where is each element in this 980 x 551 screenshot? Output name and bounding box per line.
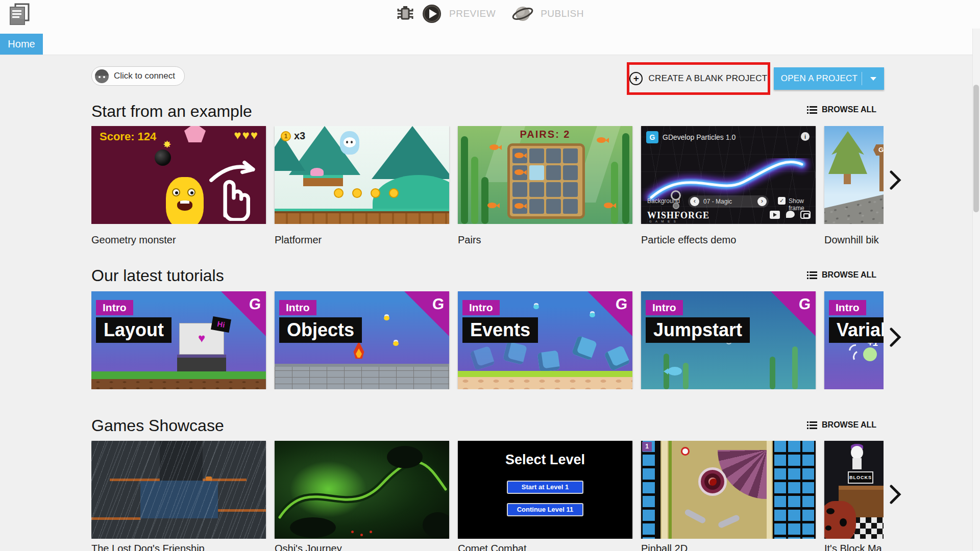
youtube-icon (770, 211, 780, 219)
player-character (340, 131, 359, 155)
top-toolbar: PREVIEW PUBLISH Home (0, 0, 980, 55)
example-card-downhill-bike[interactable]: G (824, 126, 884, 224)
falling-sprite (604, 345, 630, 371)
demo-title: GDevelop Particles 1.0 (663, 133, 736, 141)
puppet-body (852, 458, 862, 469)
scrollbar-track[interactable] (972, 29, 980, 551)
coin-icon: 1 (281, 131, 291, 141)
card-caption: Pairs (458, 234, 481, 246)
showcase-captions: The Lost Dog's Frienship Oshi's Journey … (91, 543, 884, 551)
kelp-plant (792, 346, 798, 389)
scrollbar-thumb[interactable] (973, 85, 979, 212)
preview-play-icon[interactable] (422, 4, 442, 24)
connect-label: Click to connect (114, 71, 175, 81)
bee-sprite (384, 316, 389, 320)
coin-icon (389, 188, 399, 198)
dirt-strip (458, 377, 632, 389)
tutorial-card-variables[interactable]: +1 G Intro Variab (824, 291, 884, 389)
debugger-bug-icon[interactable] (396, 5, 414, 23)
fish-sprite (668, 367, 682, 375)
red-flower (370, 531, 372, 533)
gdevelop-logo-icon: G (431, 295, 445, 313)
showcase-card-oshi[interactable] (275, 441, 449, 539)
project-manager-icon[interactable] (8, 3, 31, 26)
example-card-platformer[interactable]: 1 x3 (275, 126, 449, 224)
tutorial-card-jumpstart[interactable]: G Intro Jumpstart (641, 291, 816, 389)
card-tile (546, 165, 561, 180)
create-project-highlight: + CREATE A BLANK PROJECT (627, 62, 770, 95)
publish-planet-icon[interactable] (512, 4, 533, 24)
showcase-card-lost-dog[interactable] (91, 441, 266, 539)
tutorial-card-events[interactable]: G Intro Events (458, 291, 632, 389)
showcase-card-comet-combat[interactable]: Select Level Start at Level 1 Continue L… (458, 441, 632, 539)
tutorial-card-layout[interactable]: ♥ Hi G Intro Layout (91, 291, 266, 389)
example-card-geometry-monster[interactable]: Score: 124 ♥♥♥ ✸ (91, 126, 266, 224)
wooden-sign: G (873, 144, 884, 156)
browse-all-tutorials[interactable]: BROWSE ALL (807, 270, 876, 280)
showcase-card-blocks[interactable]: BLOCKS (824, 441, 884, 539)
tab-home[interactable]: Home (0, 34, 43, 55)
tutorial-card-objects[interactable]: G Intro Objects (275, 291, 449, 389)
card-tile (512, 148, 527, 163)
preview-button[interactable]: PREVIEW (449, 8, 496, 19)
intro-badge: Intro (279, 300, 316, 315)
select-level-title: Select Level (458, 452, 632, 468)
chevron-down-icon (870, 77, 876, 81)
card-tile (529, 182, 544, 197)
card-caption: Particle effects demo (641, 234, 736, 246)
radio-circle-icon (671, 190, 681, 201)
green-lane (669, 441, 672, 539)
intro-badge: Intro (829, 300, 866, 315)
grass-strip (91, 371, 266, 379)
heart-icon: ♥♥♥ (234, 128, 259, 142)
list-icon (807, 106, 817, 114)
fish-sprite (489, 144, 499, 150)
preset-selector: ‹ 07 - Magic › (688, 195, 769, 208)
profile-avatar-icon (95, 69, 109, 83)
examples-next-arrow[interactable] (889, 170, 901, 192)
section-title-examples: Start from an example (91, 102, 252, 121)
open-project-label: OPEN A PROJECT (774, 73, 862, 84)
lamp-circle (681, 447, 690, 456)
browse-all-examples[interactable]: BROWSE ALL (807, 105, 876, 114)
monster-character (166, 177, 204, 224)
gdevelop-logo-icon: G (798, 295, 811, 313)
show-frame-label: Show frame (789, 197, 816, 212)
coin-icon (352, 188, 362, 198)
list-icon (807, 271, 817, 280)
create-blank-project-button[interactable]: + CREATE A BLANK PROJECT (629, 72, 767, 85)
browse-all-showcase[interactable]: BROWSE ALL (807, 420, 876, 430)
chat-icon (800, 211, 811, 219)
card-caption: Platformer (275, 234, 322, 246)
card-tile (512, 199, 527, 214)
card-caption: Oshi's Journey (275, 543, 342, 551)
connect-button[interactable]: Click to connect (91, 66, 185, 86)
kelp-plant (611, 162, 618, 224)
browse-all-label: BROWSE ALL (822, 105, 876, 114)
tutorials-carousel: ♥ Hi G Intro Layout G Intro Objects G In… (91, 291, 884, 389)
score-text: Score: 124 (100, 130, 156, 143)
falling-sprite (470, 346, 495, 371)
blocks-sign: BLOCKS (848, 471, 873, 484)
example-card-particle-effects[interactable]: G GDevelop Particles 1.0 i Background ‹ … (641, 126, 816, 224)
tutorial-title: Events (462, 317, 538, 343)
radio-dot-icon (673, 203, 679, 209)
checkbox-icon: ✓ (778, 197, 786, 205)
section-title-showcase: Games Showcase (91, 416, 224, 435)
tutorial-title: Jumpstart (646, 317, 750, 343)
card-tile (563, 199, 578, 214)
example-card-pairs[interactable]: PAIRS: 2 (458, 126, 632, 224)
showcase-next-arrow[interactable] (889, 485, 901, 506)
wishforge-sub: G A M E S (649, 220, 677, 223)
pairs-score-text: PAIRS: 2 (458, 129, 632, 140)
dirt-ground (275, 209, 449, 224)
showcase-card-pinball[interactable]: 1 (641, 441, 816, 539)
open-project-dropdown[interactable] (862, 77, 884, 81)
open-project-button[interactable]: OPEN A PROJECT (774, 67, 884, 90)
next-arrow-icon: › (757, 197, 767, 206)
publish-button[interactable]: PUBLISH (541, 8, 584, 19)
continue-level-button: Continue Level 11 (507, 503, 583, 516)
tutorials-next-arrow[interactable] (889, 328, 901, 349)
gdevelop-logo-icon: G (615, 295, 628, 313)
demo-header: G GDevelop Particles 1.0 (646, 131, 736, 143)
